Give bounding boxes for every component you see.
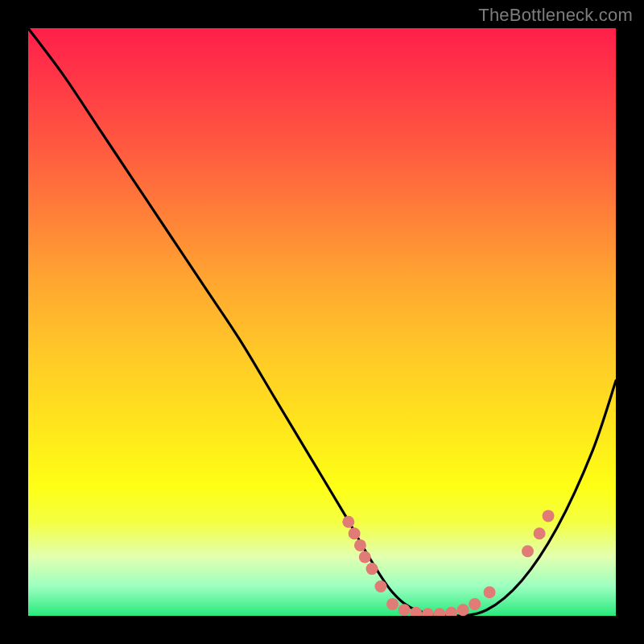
highlight-dots (342, 510, 554, 616)
highlight-dot (375, 580, 387, 592)
highlight-dot (543, 510, 555, 522)
chart-svg (28, 28, 616, 616)
highlight-dot (469, 598, 481, 610)
highlight-dot (445, 607, 457, 616)
highlight-dot (457, 604, 469, 616)
highlight-dot (366, 563, 378, 575)
highlight-dot (342, 516, 354, 528)
highlight-dot (359, 551, 371, 564)
bottleneck-curve (28, 28, 616, 616)
highlight-dot (422, 608, 434, 616)
highlight-dot (386, 598, 398, 610)
highlight-dot (522, 545, 534, 557)
highlight-dot (534, 527, 546, 539)
chart-frame: TheBottleneck.com (0, 0, 644, 644)
highlight-dot (354, 539, 366, 551)
highlight-dot (398, 604, 411, 616)
highlight-dot (349, 527, 361, 539)
highlight-dot (434, 608, 446, 616)
plot-area (28, 28, 616, 616)
highlight-dot (484, 586, 496, 598)
watermark-text: TheBottleneck.com (478, 5, 633, 26)
